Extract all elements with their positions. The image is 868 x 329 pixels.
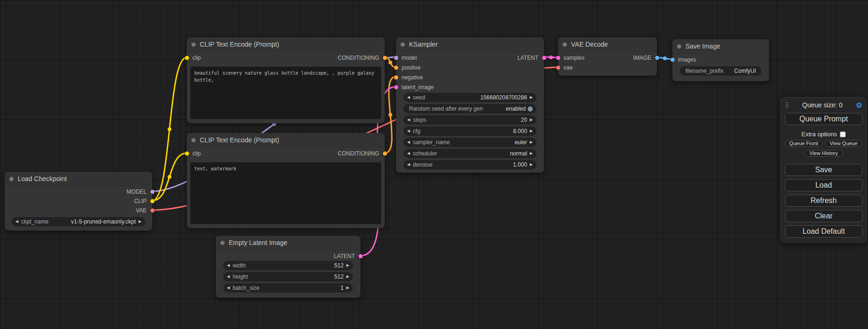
load-default-button[interactable]: Load Default: [785, 225, 862, 238]
images-input-slot[interactable]: [670, 57, 675, 62]
settings-gear-icon[interactable]: ⚙: [856, 101, 862, 110]
decrement-arrow-icon[interactable]: ◀: [15, 220, 18, 224]
vae-output-slot[interactable]: [150, 209, 155, 213]
conditioning-output-slot[interactable]: [383, 56, 387, 60]
save-button[interactable]: Save: [785, 164, 862, 176]
node-empty-latent-image[interactable]: Empty Latent Image LATENT ◀ width 512 ▶ …: [216, 236, 360, 298]
widget-sampler-name[interactable]: ◀ sampler_name euler ▶: [403, 138, 536, 147]
clip-input-slot[interactable]: [185, 152, 189, 156]
increment-arrow-icon[interactable]: ▶: [346, 286, 349, 290]
decrement-arrow-icon[interactable]: ◀: [407, 129, 410, 133]
decrement-arrow-icon[interactable]: ◀: [227, 264, 230, 267]
toggle-indicator[interactable]: [528, 106, 533, 112]
decrement-arrow-icon[interactable]: ◀: [227, 286, 230, 290]
wire-midpoint-dot: [388, 113, 392, 117]
decrement-arrow-icon[interactable]: ◀: [407, 96, 410, 99]
model-input-slot[interactable]: [394, 56, 398, 60]
node-ksampler[interactable]: KSampler model LATENT positive negative …: [396, 37, 544, 173]
conditioning-output-slot[interactable]: [383, 152, 387, 156]
load-button[interactable]: Load: [785, 179, 862, 191]
drag-handle-icon[interactable]: ⣿: [785, 102, 789, 108]
collapse-dot[interactable]: [563, 42, 567, 47]
node-title-bar[interactable]: Empty Latent Image: [216, 236, 360, 250]
node-clip-text-encode-positive[interactable]: CLIP Text Encode (Prompt) clip CONDITION…: [187, 37, 385, 123]
node-save-image[interactable]: Save Image images filename_prefix ComfyU…: [672, 39, 769, 81]
widget-denoise[interactable]: ◀ denoise 1.000 ▶: [403, 160, 536, 169]
slot-row: CLIP: [5, 196, 152, 206]
collapse-dot[interactable]: [220, 241, 225, 245]
node-title-bar[interactable]: CLIP Text Encode (Prompt): [187, 37, 385, 52]
widget-name: seed: [413, 94, 425, 101]
widget-random-seed-toggle[interactable]: Random seed after every gen enabled: [403, 104, 536, 113]
increment-arrow-icon[interactable]: ▶: [346, 264, 349, 267]
widget-ckpt-name[interactable]: ◀ ckpt_name v1-5-pruned-emaonly.ckpt ▶: [12, 217, 145, 226]
positive-prompt-textarea[interactable]: beautiful scenery nature glass bottle la…: [191, 67, 381, 119]
view-queue-button[interactable]: View Queue: [825, 140, 863, 147]
decrement-arrow-icon[interactable]: ◀: [407, 163, 410, 167]
refresh-button[interactable]: Refresh: [785, 195, 862, 207]
latent-output-label: LATENT: [517, 55, 538, 61]
increment-arrow-icon[interactable]: ▶: [530, 140, 533, 144]
latent-image-input-label: latent_image: [402, 84, 434, 91]
node-title: Save Image: [685, 42, 720, 50]
clip-output-slot[interactable]: [150, 199, 155, 203]
queue-front-button[interactable]: Queue Front: [785, 140, 823, 147]
collapse-dot[interactable]: [677, 44, 681, 49]
collapse-dot[interactable]: [191, 42, 196, 47]
increment-arrow-icon[interactable]: ▶: [139, 220, 141, 224]
decrement-arrow-icon[interactable]: ◀: [407, 118, 410, 122]
latent-output-slot[interactable]: [542, 56, 546, 60]
extra-options-checkbox[interactable]: [840, 132, 846, 137]
widget-steps[interactable]: ◀ steps 20 ▶: [403, 115, 536, 125]
increment-arrow-icon[interactable]: ▶: [530, 96, 533, 99]
widget-width[interactable]: ◀ width 512 ▶: [223, 261, 353, 270]
comfyui-canvas[interactable]: { "colors": { "model": "#b39ddb", "clip"…: [0, 0, 868, 329]
widget-name: Random seed after every gen: [409, 105, 483, 112]
increment-arrow-icon[interactable]: ▶: [530, 163, 533, 167]
wire-midpoint-dot: [168, 175, 171, 179]
wire-midpoint-dot: [549, 56, 553, 59]
node-title-bar[interactable]: Save Image: [672, 39, 769, 54]
node-title-bar[interactable]: VAE Decode: [558, 37, 657, 52]
widget-height[interactable]: ◀ height 512 ▶: [223, 272, 353, 281]
samples-input-slot[interactable]: [556, 56, 560, 60]
slot-row: positive: [396, 63, 544, 72]
increment-arrow-icon[interactable]: ▶: [530, 118, 533, 122]
widget-seed[interactable]: ◀ seed 156680208700286 ▶: [403, 93, 536, 102]
increment-arrow-icon[interactable]: ▶: [530, 152, 533, 155]
increment-arrow-icon[interactable]: ▶: [530, 129, 533, 133]
node-vae-decode[interactable]: VAE Decode samples IMAGE vae: [558, 37, 657, 76]
widget-cfg[interactable]: ◀ cfg 8.000 ▶: [403, 126, 536, 136]
collapse-dot[interactable]: [191, 138, 196, 142]
widget-name: steps: [413, 117, 426, 123]
widget-scheduler[interactable]: ◀ scheduler normal ▶: [403, 149, 536, 158]
node-title-bar[interactable]: Load Checkpoint: [5, 172, 152, 186]
increment-arrow-icon[interactable]: ▶: [346, 275, 349, 279]
clip-input-slot[interactable]: [185, 56, 189, 60]
widget-filename-prefix[interactable]: filename_prefix ComfyUI: [680, 66, 762, 76]
decrement-arrow-icon[interactable]: ◀: [407, 140, 410, 144]
workflow-buttons: Save Load Refresh Clear Load Default: [785, 164, 862, 238]
latent-output-slot[interactable]: [359, 254, 363, 258]
collapse-dot[interactable]: [401, 42, 405, 47]
node-clip-text-encode-negative[interactable]: CLIP Text Encode (Prompt) clip CONDITION…: [187, 133, 385, 228]
positive-input-slot[interactable]: [394, 65, 398, 70]
widget-batch-size[interactable]: ◀ batch_size 1 ▶: [223, 283, 353, 293]
negative-prompt-textarea[interactable]: text, watermark: [191, 162, 381, 224]
negative-input-slot[interactable]: [394, 75, 398, 79]
clear-button[interactable]: Clear: [785, 210, 862, 222]
latent-image-input-slot[interactable]: [394, 85, 398, 89]
slot-row: MODEL: [5, 187, 152, 196]
image-output-slot[interactable]: [655, 56, 659, 60]
model-output-slot[interactable]: [150, 190, 155, 194]
vae-input-slot[interactable]: [556, 65, 560, 70]
node-title-bar[interactable]: KSampler: [396, 37, 544, 52]
queue-prompt-button[interactable]: Queue Prompt: [785, 113, 862, 125]
decrement-arrow-icon[interactable]: ◀: [407, 152, 410, 155]
node-title-bar[interactable]: CLIP Text Encode (Prompt): [187, 133, 385, 147]
view-history-button[interactable]: View History: [804, 150, 843, 157]
node-load-checkpoint[interactable]: Load Checkpoint MODEL CLIP VAE ◀ ckpt_na…: [5, 172, 152, 231]
node-title: Empty Latent Image: [229, 239, 287, 246]
collapse-dot[interactable]: [9, 177, 14, 181]
decrement-arrow-icon[interactable]: ◀: [227, 275, 230, 279]
